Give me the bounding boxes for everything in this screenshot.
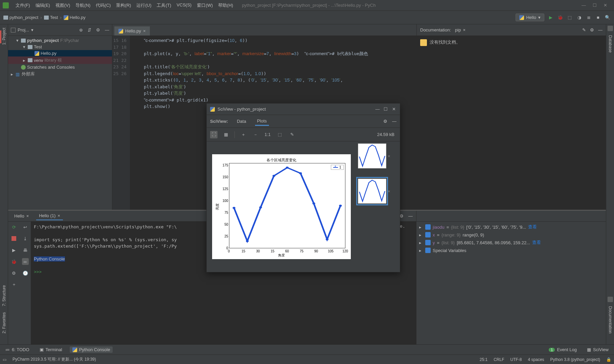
soft-wrap-button[interactable]: ↩	[22, 224, 29, 230]
coverage-button[interactable]: ⬚	[567, 15, 573, 21]
settings-icon[interactable]: ⚙	[383, 119, 387, 124]
status-line-separator[interactable]: CRLF	[494, 357, 504, 362]
bottom-tab-sciview[interactable]: ▦SciView	[584, 346, 611, 353]
stop-button[interactable]: ■	[595, 15, 601, 21]
menu-edit[interactable]: 编辑(E)	[33, 2, 52, 9]
history-button[interactable]: 🕘	[22, 270, 29, 276]
collapse-all-icon[interactable]: ⇵	[88, 27, 91, 32]
settings-icon[interactable]: ⚙	[96, 27, 100, 32]
breadcrumb-file[interactable]: Hello.py	[64, 15, 86, 20]
menu-run[interactable]: 运行(U)	[134, 2, 153, 9]
tool-window-project[interactable]: 1: Project	[1, 26, 7, 47]
tree-test-dir[interactable]: ▾ Test	[8, 44, 112, 50]
actual-size-button[interactable]: 1:1	[264, 131, 271, 138]
close-thumbnail-icon[interactable]: ×	[388, 189, 390, 194]
locate-icon[interactable]: ⊕	[79, 27, 83, 32]
editor-tab-hello[interactable]: Hello.py ×	[114, 26, 150, 36]
hide-panel-icon[interactable]: —	[392, 119, 396, 124]
maximize-icon[interactable]: ☐	[383, 107, 388, 112]
profile-button[interactable]: ◑	[576, 15, 582, 21]
bottom-tab-event-log[interactable]: 1Event Log	[546, 346, 579, 353]
database-icon[interactable]	[608, 26, 613, 31]
maximize-icon[interactable]: ☐	[593, 3, 597, 8]
settings-icon[interactable]: ⚙	[590, 27, 594, 32]
tool-window-documentation[interactable]: Documentation	[607, 304, 613, 336]
menu-navigate[interactable]: 导航(N)	[73, 2, 92, 9]
color-picker-button[interactable]: ✎	[288, 131, 296, 138]
close-icon[interactable]: ×	[58, 213, 60, 218]
bottom-tab-terminal[interactable]: ▣Terminal	[37, 346, 65, 353]
close-icon[interactable]: ×	[463, 27, 465, 32]
close-icon[interactable]: ×	[26, 213, 29, 219]
breadcrumb-dir[interactable]: Test	[44, 15, 58, 20]
tool-window-favorites[interactable]: 2: Favorites	[1, 310, 7, 336]
status-sdk[interactable]: Python 3.8 (python_project)	[550, 357, 600, 362]
save-image-button[interactable]: ⬚	[276, 131, 283, 138]
variable-row[interactable]: ▸ x = {range: 9} range(0, 9)	[418, 231, 604, 238]
close-thumbnail-icon[interactable]: ×	[388, 154, 390, 159]
menu-help[interactable]: 帮助(H)	[216, 2, 235, 9]
plot-thumbnail-1[interactable]: ×	[358, 143, 398, 168]
close-window-icon[interactable]: ✕	[604, 3, 607, 8]
status-lock-icon[interactable]: 🔒	[606, 357, 611, 362]
console-tab-hello[interactable]: Hello×	[12, 212, 31, 220]
status-indent[interactable]: 4 spaces	[528, 357, 544, 362]
status-notifications-icon[interactable]: ▭	[3, 357, 6, 362]
close-tab-icon[interactable]: ×	[143, 28, 146, 33]
edit-icon[interactable]: ✎	[582, 27, 586, 32]
tool-window-database[interactable]: Database	[607, 33, 613, 54]
breadcrumb-root[interactable]: python_project	[3, 15, 38, 20]
debug-button[interactable]: 🐞	[10, 258, 17, 265]
sciview-tab-data[interactable]: Data	[235, 117, 248, 125]
bottom-tab-python-console[interactable]: Python Console	[70, 346, 113, 353]
new-console-button[interactable]: ＋	[10, 281, 17, 288]
zoom-out-button[interactable]: －	[252, 131, 259, 138]
close-icon[interactable]: ✕	[391, 107, 396, 112]
zoom-in-button[interactable]: ＋	[240, 131, 247, 138]
run-button[interactable]: ▶	[548, 15, 554, 21]
docs-target[interactable]: pip ×	[455, 27, 465, 32]
hide-panel-icon[interactable]: —	[105, 27, 109, 32]
run-configuration-selector[interactable]: Hello ▾	[516, 14, 544, 21]
scroll-to-end-button[interactable]: ⤓	[22, 235, 29, 242]
status-encoding[interactable]: UTF-8	[510, 357, 522, 362]
menu-window[interactable]: 窗口(W)	[195, 2, 215, 9]
tree-scratches[interactable]: Scratches and Consoles	[8, 64, 112, 70]
tree-venv-dir[interactable]: ▸ venv library 根	[8, 56, 112, 64]
tree-external-libs[interactable]: ▸ ▥ 外部库	[8, 70, 112, 78]
concurrency-button[interactable]: ≣	[586, 15, 592, 21]
debug-button[interactable]: 🐞	[557, 15, 563, 21]
status-caret-position[interactable]: 25:1	[480, 357, 487, 362]
minimize-icon[interactable]: —	[582, 3, 586, 8]
bottom-tab-todo[interactable]: ≔6: TODO	[3, 346, 32, 353]
tree-hello-file[interactable]: Hello.py	[8, 50, 112, 56]
search-everywhere-button[interactable]: 🔍	[605, 15, 611, 21]
tree-root[interactable]: ▾ python_project F:\Pychar	[8, 37, 112, 44]
menu-file[interactable]: 文件(F)	[14, 2, 32, 9]
run-button[interactable]: ▶	[10, 247, 17, 253]
hide-panel-icon[interactable]: —	[598, 27, 602, 32]
show-vars-button[interactable]: ∞	[22, 258, 29, 265]
minimize-icon[interactable]: —	[375, 107, 380, 112]
stop-button[interactable]	[10, 235, 17, 242]
menu-vcs[interactable]: VCS(S)	[175, 2, 194, 9]
variable-row[interactable]: ▸ y = {list: 9} [85.6801, 7.64586, 86.09…	[418, 238, 604, 247]
documentation-icon[interactable]	[608, 297, 613, 302]
menu-refactor[interactable]: 重构(R)	[114, 2, 133, 9]
sciview-tab-plots[interactable]: Plots	[255, 117, 269, 126]
menu-code[interactable]: 代码(C)	[94, 2, 113, 9]
menu-view[interactable]: 视图(V)	[53, 2, 72, 9]
tool-window-structure[interactable]: 7: Structure	[1, 283, 7, 308]
grid-view-button[interactable]: ▦	[222, 131, 230, 138]
fit-zoom-button[interactable]: ⛶	[210, 131, 218, 138]
rerun-button[interactable]: ⟳	[10, 224, 17, 230]
print-button[interactable]: 🖶	[22, 247, 29, 253]
variable-row[interactable]: ▸ Special Variables	[418, 247, 604, 254]
plot-thumbnail-2[interactable]: ×	[358, 179, 398, 204]
plot-canvas[interactable]: 各个区域亮度变化 亮度 角度 1 02550751001251501750153…	[212, 154, 351, 259]
menu-tools[interactable]: 工具(T)	[155, 2, 173, 9]
hide-panel-icon[interactable]: —	[408, 213, 413, 219]
settings-button[interactable]: ⚙	[10, 270, 17, 276]
variable-row[interactable]: ▸ jiaodu = {list: 9} ['0', '15', '30', '…	[418, 223, 604, 231]
console-tab-hello1[interactable]: Hello (1)×	[36, 212, 63, 220]
